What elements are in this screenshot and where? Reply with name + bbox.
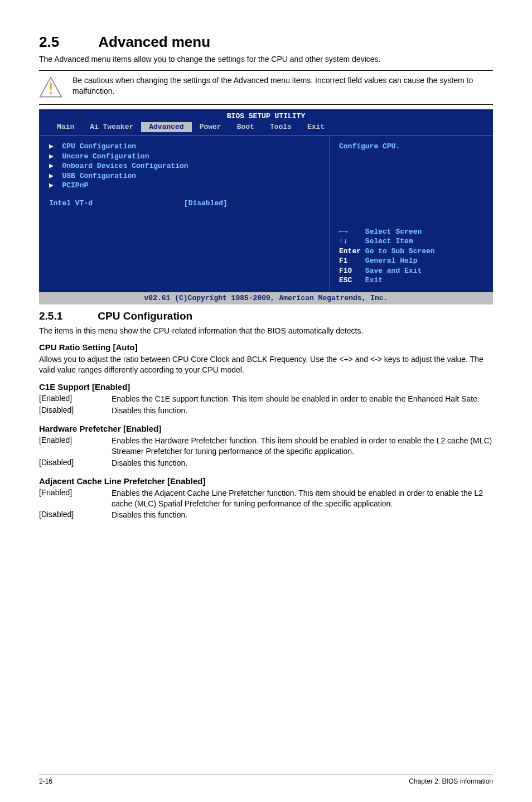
option-label: [Disabled] — [39, 510, 112, 521]
bios-menu-label: PCIPnP — [62, 181, 88, 190]
section-intro: The Advanced menu items allow you to cha… — [39, 54, 493, 65]
section-number: 2.5 — [39, 33, 95, 51]
bios-menu-label: CPU Configuration — [62, 142, 136, 151]
bios-setting-row: Intel VT-d [Disabled] — [49, 199, 320, 209]
subsection-heading: 2.5.1 CPU Configuration — [39, 310, 493, 322]
option-table: [Enabled] Enables the Adjacent Cache Lin… — [39, 488, 493, 522]
caution-text: Be cautious when changing the settings o… — [72, 75, 493, 96]
option-label: [Enabled] — [39, 488, 112, 510]
bios-tab-exit: Exit — [299, 122, 332, 132]
bios-footer: v02.61 (C)Copyright 1985-2009, American … — [39, 292, 493, 305]
svg-point-2 — [50, 91, 52, 94]
option-text: Allows you to adjust the ratio between C… — [39, 354, 493, 375]
option-heading: Hardware Prefetcher [Enabled] — [39, 424, 493, 433]
bios-tab-main: Main — [49, 122, 82, 132]
bios-screenshot: BIOS SETUP UTILITY Main Ai Tweaker Advan… — [39, 109, 493, 305]
subsection-number: 2.5.1 — [39, 310, 95, 322]
bios-setting-value: [Disabled] — [184, 199, 228, 207]
triangle-icon: ▶ — [49, 172, 62, 180]
option-label: [Enabled] — [39, 394, 112, 405]
bios-tab-boot: Boot — [229, 122, 262, 132]
page-number: 2-16 — [39, 777, 52, 785]
bios-tab-aitweaker: Ai Tweaker — [82, 122, 141, 132]
divider — [39, 70, 493, 71]
option-desc: Enables the C1E support function. This i… — [112, 394, 480, 405]
bios-help-text: Configure CPU. — [339, 142, 484, 152]
bios-key-help: ←→ Select Screen ↑↓ Select Item Enter Go… — [339, 227, 484, 286]
bios-menu-item: ▶ Onboard Devices Configuration — [49, 161, 320, 171]
option-row: [Disabled] Disables this function. — [39, 510, 493, 521]
bios-tabbar: Main Ai Tweaker Advanced Power Boot Tool… — [39, 122, 493, 136]
bios-tab-tools: Tools — [262, 122, 299, 132]
bios-tab-power: Power — [192, 122, 229, 132]
svg-rect-1 — [50, 82, 52, 90]
chapter-label: Chapter 2: BIOS information — [409, 777, 493, 785]
bios-right-pane: Configure CPU. ←→ Select Screen ↑↓ Selec… — [330, 136, 493, 292]
option-label: [Enabled] — [39, 436, 112, 458]
option-heading: C1E Support [Enabled] — [39, 382, 493, 392]
option-row: [Disabled] Disables this function. — [39, 405, 480, 417]
bios-menu-item: ▶ PCIPnP — [49, 181, 320, 191]
option-row: [Enabled] Enables the Hardware Prefetche… — [39, 436, 493, 458]
triangle-icon: ▶ — [49, 152, 62, 161]
option-row: [Enabled] Enables the C1E support functi… — [39, 394, 480, 405]
option-label: [Disabled] — [39, 458, 112, 470]
option-desc: Disables this function. — [112, 405, 480, 417]
option-label: [Disabled] — [39, 405, 112, 417]
page-footer: 2-16 Chapter 2: BIOS information — [39, 775, 493, 785]
option-desc: Enables the Adjacent Cache Line Prefetch… — [112, 488, 493, 510]
bios-menu-label: Uncore Configuration — [62, 152, 149, 161]
caution-icon — [39, 75, 62, 99]
option-desc: Enables the Hardware Prefetcher function… — [112, 436, 493, 458]
section-heading: 2.5 Advanced menu — [39, 33, 493, 51]
option-desc: Disables this function. — [112, 510, 493, 521]
bios-setting-label: Intel VT-d — [49, 199, 93, 207]
bios-menu-item: ▶ USB Configuration — [49, 171, 320, 181]
subsection-title: CPU Configuration — [98, 310, 192, 322]
option-row: [Enabled] Enables the Adjacent Cache Lin… — [39, 488, 493, 510]
option-heading: Adjacent Cache Line Prefetcher [Enabled] — [39, 476, 493, 486]
bios-menu-item: ▶ CPU Configuration — [49, 142, 320, 152]
triangle-icon: ▶ — [49, 162, 62, 170]
subsection-intro: The items in this menu show the CPU-rela… — [39, 326, 493, 336]
divider — [39, 104, 493, 105]
triangle-icon: ▶ — [49, 181, 62, 190]
bios-left-pane: ▶ CPU Configuration ▶ Uncore Configurati… — [39, 136, 330, 292]
caution-block: Be cautious when changing the settings o… — [39, 75, 493, 99]
option-table: [Enabled] Enables the C1E support functi… — [39, 394, 480, 417]
option-desc: Disables this function. — [112, 458, 493, 470]
section-title: Advanced menu — [98, 33, 210, 50]
bios-menu-label: Onboard Devices Configuration — [62, 162, 188, 170]
triangle-icon: ▶ — [49, 142, 62, 151]
bios-menu-label: USB Configuration — [62, 172, 136, 180]
bios-title: BIOS SETUP UTILITY — [39, 109, 493, 123]
option-row: [Disabled] Disables this function. — [39, 458, 493, 470]
bios-menu-item: ▶ Uncore Configuration — [49, 152, 320, 162]
option-table: [Enabled] Enables the Hardware Prefetche… — [39, 436, 493, 470]
option-heading: CPU Ratio Setting [Auto] — [39, 342, 493, 352]
bios-tab-advanced: Advanced — [141, 122, 191, 132]
